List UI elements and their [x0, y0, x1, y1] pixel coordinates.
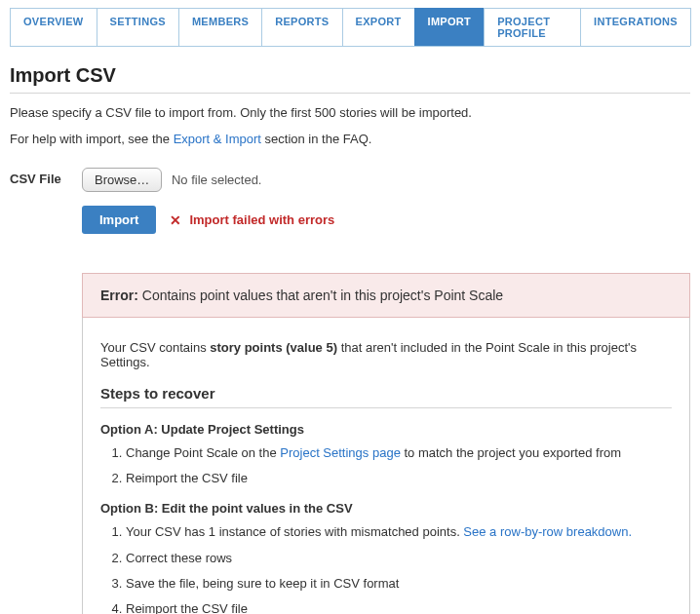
option-a-heading: Option A: Update Project Settings [100, 422, 672, 437]
error-panel: Error: Contains point values that aren't… [82, 273, 690, 614]
tab-reports[interactable]: REPORTS [261, 8, 342, 46]
intro2-pre: For help with import, see the [10, 132, 174, 146]
option-b-step-1: Your CSV has 1 instance of stories with … [126, 523, 672, 541]
steps-to-recover-heading: Steps to recover [100, 385, 672, 408]
tab-integrations[interactable]: INTEGRATIONS [580, 8, 691, 46]
error-headline: Contains point values that aren't in thi… [142, 288, 503, 303]
csv-file-label: CSV File [10, 168, 82, 186]
tab-members[interactable]: MEMBERS [178, 8, 262, 46]
error-label: Error: [100, 288, 138, 303]
option-b-step-1-pre: Your CSV has 1 instance of stories with … [126, 524, 463, 539]
tab-import[interactable]: IMPORT [414, 8, 486, 46]
option-b-step-4: Reimport the CSV file [126, 600, 672, 614]
tab-export[interactable]: EXPORT [342, 8, 415, 46]
tab-settings[interactable]: SETTINGS [97, 8, 179, 46]
tab-project-profile[interactable]: PROJECT PROFILE [484, 8, 581, 46]
tab-overview[interactable]: OVERVIEW [10, 8, 97, 46]
option-b-step-3: Save the file, being sure to keep it in … [126, 575, 672, 593]
option-a-step-1-pre: Change Point Scale on the [126, 445, 280, 460]
tab-bar: OVERVIEWSETTINGSMEMBERSREPORTSEXPORTIMPO… [10, 8, 690, 47]
file-status-text: No file selected. [172, 173, 262, 187]
import-fail-message: ✕ Import failed with errors [170, 212, 334, 227]
intro2-post: section in the FAQ. [261, 132, 371, 146]
page-title: Import CSV [10, 64, 690, 94]
import-button[interactable]: Import [82, 206, 156, 234]
intro-text-1: Please specify a CSV file to import from… [10, 105, 690, 120]
option-a-steps: Change Point Scale on the Project Settin… [104, 444, 672, 487]
intro-text-2: For help with import, see the Export & I… [10, 132, 690, 146]
export-import-link[interactable]: Export & Import [174, 132, 261, 146]
csv-file-row: CSV File Browse… No file selected. Impor… [10, 168, 690, 234]
browse-button[interactable]: Browse… [82, 168, 162, 192]
error-detail: Your CSV contains story points (value 5)… [100, 340, 672, 369]
error-detail-bold: story points (value 5) [210, 340, 337, 355]
error-header: Error: Contains point values that aren't… [82, 273, 690, 318]
error-detail-pre: Your CSV contains [100, 340, 210, 355]
import-fail-text: Import failed with errors [189, 212, 334, 227]
option-b-heading: Option B: Edit the point values in the C… [100, 501, 672, 516]
option-a-step-2: Reimport the CSV file [126, 470, 672, 487]
error-x-icon: ✕ [170, 213, 183, 227]
option-a-step-1-post: to match the project you exported from [401, 445, 621, 460]
option-b-step-2: Correct these rows [126, 550, 672, 567]
row-breakdown-link[interactable]: See a row-by-row breakdown. [463, 524, 632, 539]
project-settings-link[interactable]: Project Settings page [280, 445, 401, 460]
option-a-step-1: Change Point Scale on the Project Settin… [126, 444, 672, 462]
option-b-steps: Your CSV has 1 instance of stories with … [104, 523, 672, 614]
